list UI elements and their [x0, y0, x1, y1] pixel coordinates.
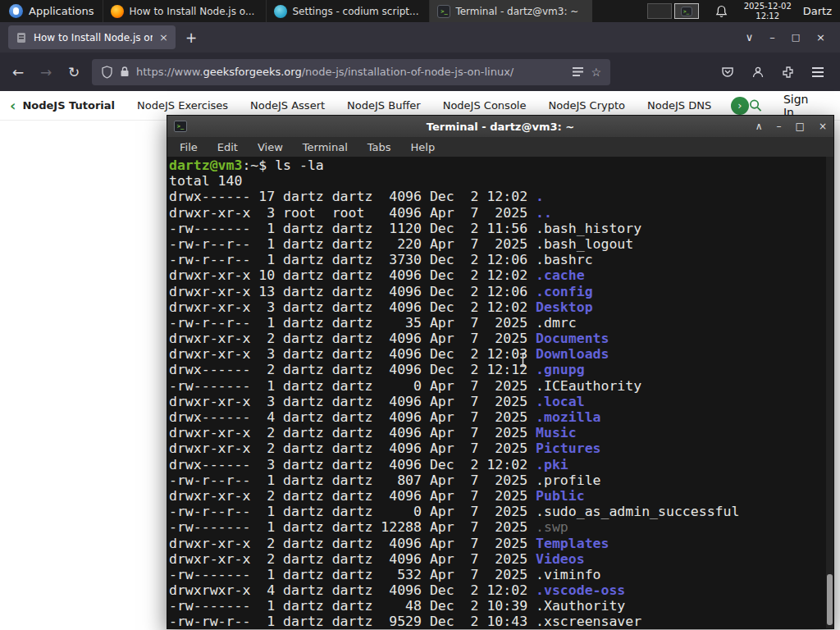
- nav-item-nodejs-exercises[interactable]: NodeJS Exercises: [137, 99, 228, 112]
- extensions-icon[interactable]: [782, 66, 795, 79]
- terminal-title: Terminal - dartz@vm3: ~: [167, 121, 833, 133]
- account-icon[interactable]: [751, 66, 765, 79]
- terminal-icon: >_: [437, 5, 450, 18]
- tracking-protection-shield-icon[interactable]: [101, 66, 113, 79]
- total-line: total 140: [169, 173, 833, 189]
- maximize-button[interactable]: □: [792, 32, 800, 43]
- url-text[interactable]: https://www.geeksforgeeks.org/node-js/in…: [136, 66, 565, 78]
- reload-button[interactable]: ↻: [64, 64, 84, 80]
- ls-row: drwxr-xr-x 2 dartz dartz 4096 Apr 7 2025…: [169, 551, 833, 567]
- clock-date: 2025-12-02: [744, 2, 792, 11]
- workspace-2-terminal[interactable]: >_: [674, 3, 699, 19]
- ls-row: drwx------ 4 dartz dartz 4096 Apr 7 2025…: [169, 409, 833, 425]
- gfg-nav-items: NodeJS Tutorial NodeJS Exercises NodeJS …: [22, 99, 729, 112]
- back-button[interactable]: ←: [8, 64, 28, 80]
- ls-row: drwxr-xr-x 13 dartz dartz 4096 Dec 2 12:…: [169, 284, 833, 299]
- applications-menu-label: Applications: [29, 5, 94, 17]
- top-panel: Applications How to Install Node.js o...…: [0, 0, 840, 22]
- nav-scroll-left-icon[interactable]: ‹: [8, 97, 22, 114]
- nav-item-nodejs-assert[interactable]: NodeJS Assert: [250, 99, 325, 112]
- clock-time: 12:12: [756, 11, 779, 21]
- ls-row: drwxr-xr-x 3 dartz dartz 4096 Dec 2 12:0…: [169, 346, 833, 362]
- list-all-tabs-icon[interactable]: ∨: [746, 31, 754, 43]
- ls-row: drwxr-xr-x 10 dartz dartz 4096 Dec 2 12:…: [169, 267, 833, 283]
- menu-edit[interactable]: Edit: [217, 141, 238, 153]
- nav-item-nodejs-tutorial[interactable]: NodeJS Tutorial: [22, 99, 115, 112]
- clock[interactable]: 2025-12-02 12:12: [737, 0, 798, 22]
- terminal-window-controls: ∧ – □ ×: [756, 121, 827, 132]
- new-tab-button[interactable]: +: [176, 30, 207, 46]
- panel-spacer: [592, 0, 640, 22]
- ls-row: -rw------- 1 dartz dartz 12288 Apr 7 202…: [169, 519, 833, 535]
- terminal-window: >_ Terminal - dartz@vm3: ~ ∧ – □ × File …: [167, 115, 834, 629]
- terminal-close-button[interactable]: ×: [819, 121, 827, 132]
- taskbar-item-terminal[interactable]: >_ Terminal - dartz@vm3: ~: [429, 0, 592, 22]
- lock-icon[interactable]: [120, 66, 130, 78]
- ls-row: drwxr-xr-x 2 dartz dartz 4096 Apr 7 2025…: [169, 331, 833, 346]
- terminal-output: dartz@vm3:~$ ls -latotal 140drwx------ 1…: [169, 158, 833, 628]
- terminal-body[interactable]: dartz@vm3:~$ ls -latotal 140drwx------ 1…: [167, 157, 833, 628]
- pocket-icon[interactable]: [721, 66, 734, 78]
- nav-item-nodejs-crypto[interactable]: NodeJS Crypto: [548, 99, 625, 112]
- taskbar-item-codium[interactable]: Settings - codium script...: [266, 0, 429, 22]
- nav-item-nodejs-console[interactable]: NodeJS Console: [443, 99, 527, 112]
- browser-tab[interactable]: How to Install Node.js on ×: [8, 25, 176, 49]
- bookmark-star-icon[interactable]: ☆: [591, 66, 601, 79]
- ls-row: -rw------- 1 dartz dartz 532 Apr 7 2025 …: [169, 567, 833, 582]
- ls-row: -rw------- 1 dartz dartz 0 Apr 7 2025 .I…: [169, 378, 833, 394]
- ls-row: -rw-r--r-- 1 dartz dartz 0 Apr 7 2025 .s…: [169, 504, 833, 519]
- menu-help[interactable]: Help: [411, 141, 436, 153]
- workspace-1[interactable]: [647, 3, 672, 19]
- tab-close-icon[interactable]: ×: [159, 31, 168, 43]
- forward-button[interactable]: →: [36, 64, 56, 80]
- ls-row: -rw-r--r-- 1 dartz dartz 3730 Dec 2 12:0…: [169, 252, 833, 267]
- applications-menu-button[interactable]: Applications: [0, 0, 103, 22]
- user-label: Dartz: [798, 0, 840, 22]
- terminal-scrollbar[interactable]: [826, 157, 833, 628]
- ls-row: -rw-r--r-- 1 dartz dartz 35 Apr 7 2025 .…: [169, 315, 833, 331]
- ls-row: drwxr-xr-x 2 dartz dartz 4096 Apr 7 2025…: [169, 425, 833, 441]
- nav-scroll-right-icon[interactable]: ›: [731, 97, 749, 115]
- tab-bar: How to Install Node.js on × + ∨ – □ ×: [0, 22, 840, 52]
- nav-item-nodejs-dns[interactable]: NodeJS DNS: [647, 99, 711, 112]
- firefox-icon: [111, 5, 124, 18]
- ls-row: drwxr-xr-x 2 dartz dartz 4096 Apr 7 2025…: [169, 488, 833, 504]
- terminal-scrollbar-thumb[interactable]: [827, 574, 833, 625]
- close-button[interactable]: ×: [816, 31, 825, 43]
- ls-row: drwxr-xr-x 2 dartz dartz 4096 Apr 7 2025…: [169, 536, 833, 551]
- ls-row: drwx------ 3 dartz dartz 4096 Dec 2 12:0…: [169, 457, 833, 472]
- menu-tabs[interactable]: Tabs: [368, 141, 391, 153]
- workspace-switcher[interactable]: >_: [641, 0, 705, 22]
- terminal-minimize-button[interactable]: –: [777, 121, 782, 132]
- ls-row: -rw------- 1 dartz dartz 1120 Dec 2 11:5…: [169, 221, 833, 236]
- toolbar-icons: [721, 65, 832, 80]
- menu-view[interactable]: View: [258, 141, 283, 153]
- taskbar-item-firefox[interactable]: How to Install Node.js o...: [103, 0, 266, 22]
- menu-terminal[interactable]: Terminal: [303, 141, 348, 153]
- window-controls: ∨ – □ ×: [746, 31, 835, 43]
- prompt-line: dartz@vm3:~$ ls -la: [169, 158, 833, 173]
- ls-row: drwx------ 2 dartz dartz 4096 Dec 2 12:1…: [169, 362, 833, 377]
- ls-row: -rw-rw-r-- 1 dartz dartz 9529 Dec 2 10:4…: [169, 614, 833, 628]
- nav-item-nodejs-buffer[interactable]: NodeJS Buffer: [347, 99, 421, 112]
- ls-row: drwxr-xr-x 3 root root 4096 Apr 7 2025 .…: [169, 205, 833, 221]
- mouse-cursor-ibeam: [518, 353, 527, 371]
- menu-icon[interactable]: [812, 65, 824, 80]
- terminal-titlebar[interactable]: >_ Terminal - dartz@vm3: ~ ∧ – □ ×: [167, 116, 833, 137]
- terminal-shade-button[interactable]: ∧: [756, 121, 763, 132]
- browser-toolbar: ← → ↻ https://www.geeksforgeeks.org/node…: [0, 52, 840, 91]
- mini-terminal-icon: >_: [681, 7, 692, 16]
- menu-file[interactable]: File: [180, 141, 198, 153]
- terminal-menubar: File Edit View Terminal Tabs Help: [167, 137, 833, 157]
- url-bar[interactable]: https://www.geeksforgeeks.org/node-js/in…: [92, 59, 610, 85]
- ls-row: -rw-r--r-- 1 dartz dartz 807 Apr 7 2025 …: [169, 472, 833, 488]
- terminal-maximize-button[interactable]: □: [796, 121, 805, 132]
- ls-row: drwxr-xr-x 3 dartz dartz 4096 Apr 7 2025…: [169, 394, 833, 409]
- search-icon[interactable]: [749, 98, 762, 112]
- notifications-bell-icon[interactable]: [705, 0, 737, 22]
- ls-row: drwxr-xr-x 2 dartz dartz 4096 Apr 7 2025…: [169, 441, 833, 456]
- ls-row: -rw-r--r-- 1 dartz dartz 220 Apr 7 2025 …: [169, 236, 833, 252]
- ls-row: drwxrwxr-x 4 dartz dartz 4096 Dec 2 12:0…: [169, 582, 833, 598]
- reader-view-icon[interactable]: [572, 66, 584, 77]
- minimize-button[interactable]: –: [769, 31, 775, 43]
